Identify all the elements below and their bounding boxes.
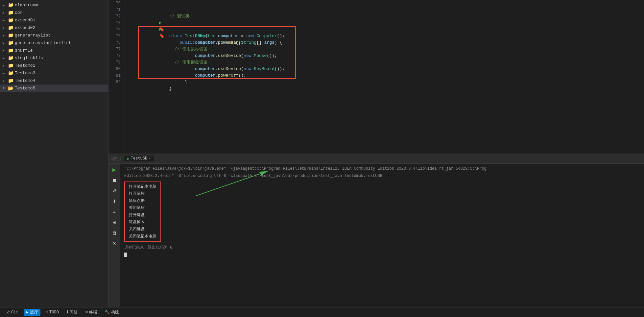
sidebar-item-generarraysinglinklist[interactable]: ▶ 📁 generarraysinglinklist <box>0 39 108 47</box>
settings-button[interactable]: ≡ <box>110 207 119 216</box>
sidebar-item-label: Testdmo3 <box>15 71 35 76</box>
sidebar-item-extend02[interactable]: ▶ 📁 extend02 <box>0 24 108 32</box>
sidebar-item-generarraylist[interactable]: ▶ 📁 generarraylist <box>0 32 108 39</box>
console-area: ▶ ⏹ ↺ ⬇ ≡ ⊞ 🗑 ✕ "C:\Program Files\Java\j… <box>108 164 644 307</box>
chevron-right-icon: ▶ <box>3 11 7 15</box>
file-tree: ▶ 📁 classroom ▶ 📁 com ▶ 📁 extend01 ▶ 📁 e… <box>0 0 108 307</box>
sidebar-item-testdmo4[interactable]: ▶ 📁 Testdmo4 <box>0 77 108 85</box>
sidebar-item-shuffle[interactable]: ▶ 📁 shuffle <box>0 47 108 54</box>
sidebar-item-label: Testdmo5 <box>15 86 35 91</box>
console-cmd-line2: Edition 2023.3.4\bin" -Dfile.encoding=UT… <box>124 173 640 179</box>
output-line-7: 关闭键盘 <box>129 226 156 233</box>
output-line-4: 关闭鼠标 <box>129 205 156 212</box>
sidebar-item-testdmo5[interactable]: ▼ 📂 Testdmo5 <box>0 85 108 92</box>
folder-icon: 📁 <box>8 70 13 76</box>
code-line-82: } <box>128 79 641 85</box>
chevron-right-icon: ▶ <box>3 3 7 7</box>
clear-button[interactable]: 🗑 <box>110 228 119 237</box>
chevron-right-icon: ▶ <box>3 71 7 75</box>
sidebar-item-label: extend02 <box>15 25 35 30</box>
info-icon: ℹ <box>67 310 68 315</box>
folder-icon: 📁 <box>8 48 13 53</box>
terminal-icon: ⌨ <box>85 310 88 315</box>
chevron-down-icon: ▼ <box>3 86 7 90</box>
code-line-71: // 测试类： <box>128 7 641 13</box>
sidebar-item-testdmo1[interactable]: ▶ 📁 Testdmo1 <box>0 62 108 69</box>
close-icon[interactable]: × <box>149 157 151 160</box>
output-highlight-box: 打开笔记本电脑 打开鼠标 鼠标点击 关闭鼠标 打开键盘 键盘输入 关闭键盘 关闭… <box>124 182 161 242</box>
folder-icon: 📁 <box>8 25 13 31</box>
sidebar-item-label: singlinklist <box>15 56 46 61</box>
output-line-3: 鼠标点击 <box>129 198 156 205</box>
code-line-80: computer.powerOff(); <box>128 66 641 72</box>
output-line-8: 关闭笔记本电脑 <box>129 233 156 240</box>
stop-button[interactable]: ⏹ <box>110 176 119 185</box>
code-line-74: Computer computer = new Computer(); <box>128 26 641 33</box>
console-cmd-line1: "C:\Program Files\Java\jdk-17\bin\java.e… <box>124 166 640 172</box>
sidebar-item-extend01[interactable]: ▶ 📁 extend01 <box>0 16 108 24</box>
output-line-2: 打开鼠标 <box>129 190 156 198</box>
line-numbers: 70 71 72 73 74 75 76 77 78 79 80 81 82 <box>108 0 125 154</box>
code-line-72: ▶ 🔖 class TestUSB { <box>128 13 641 20</box>
code-line-77: computer.useDevice(new Mouse()); <box>128 46 641 53</box>
code-line-81: } <box>128 72 641 79</box>
folder-icon: 📁 <box>8 55 13 61</box>
sidebar-item-label: generarraysinglinklist <box>15 40 71 45</box>
status-terminal-label: 终端 <box>89 309 97 315</box>
console-cursor <box>124 253 127 257</box>
sidebar-item-label: com <box>15 10 22 15</box>
folder-icon: 📁 <box>8 2 13 8</box>
sidebar-item-label: classroom <box>15 3 38 8</box>
status-bar: ⎇ Git ▶ 运行 ≡ TODO ℹ 问题 ⌨ 终端 🔨 构建 <box>0 307 644 317</box>
code-line-73: ▶ 🔖 public static void main(String[] arg… <box>128 20 641 26</box>
run-tab-bar: 运行: ▶ TestUSB × <box>108 154 644 164</box>
rerun-button[interactable]: ↺ <box>110 186 119 195</box>
status-terminal[interactable]: ⌨ 终端 <box>83 309 100 316</box>
run-tab-name: TestUSB <box>131 156 147 161</box>
sidebar-item-com[interactable]: ▶ 📁 com <box>0 9 108 16</box>
folder-icon: 📁 <box>8 78 13 84</box>
status-todo-label: TODO <box>49 310 59 315</box>
sidebar-item-label: shuffle <box>15 48 33 53</box>
scroll-end-button[interactable]: ⬇ <box>110 197 119 206</box>
code-line-75: computer.powerOn(); <box>128 33 641 39</box>
filter-button[interactable]: ⊞ <box>110 218 119 227</box>
status-problems[interactable]: ℹ 问题 <box>64 309 80 316</box>
status-run[interactable]: ▶ 运行 <box>24 309 40 316</box>
chevron-right-icon: ▶ <box>3 49 7 53</box>
code-line-70 <box>128 0 641 7</box>
close-button[interactable]: ✕ <box>110 239 119 248</box>
output-line-1: 打开笔记本电脑 <box>129 183 156 191</box>
chevron-right-icon: ▶ <box>3 64 7 68</box>
status-run-label: 运行 <box>30 309 38 315</box>
output-line-5: 打开键盘 <box>129 212 156 219</box>
sidebar-item-classroom[interactable]: ▶ 📁 classroom <box>0 1 108 9</box>
status-git[interactable]: ⎇ Git <box>3 309 21 315</box>
sidebar-item-label: generarraylist <box>15 33 51 38</box>
list-icon: ≡ <box>46 310 48 315</box>
run-tab-testusb[interactable]: ▶ TestUSB × <box>124 156 154 161</box>
console-toolbar: ▶ ⏹ ↺ ⬇ ≡ ⊞ 🗑 ✕ <box>108 164 120 307</box>
folder-open-icon: 📂 <box>8 85 13 91</box>
chevron-right-icon: ▶ <box>3 56 7 60</box>
sidebar-item-label: Testdmo4 <box>15 78 35 83</box>
status-problems-label: 问题 <box>70 309 78 315</box>
output-line-6: 键盘输入 <box>129 219 156 226</box>
console-output[interactable]: "C:\Program Files\Java\jdk-17\bin\java.e… <box>120 164 644 307</box>
folder-icon: 📁 <box>8 33 13 38</box>
chevron-right-icon: ▶ <box>3 79 7 83</box>
status-git-label: Git <box>11 310 18 315</box>
folder-icon: 📁 <box>8 10 13 15</box>
folder-icon: 📁 <box>8 63 13 68</box>
run-button[interactable]: ▶ <box>110 165 119 174</box>
chevron-right-icon: ▶ <box>3 26 7 30</box>
play-icon: ▶ <box>26 310 29 315</box>
sidebar-item-testdmo3[interactable]: ▶ 📁 Testdmo3 <box>0 69 108 77</box>
hammer-icon: 🔨 <box>105 310 110 315</box>
status-build[interactable]: 🔨 构建 <box>102 309 122 316</box>
code-editor[interactable]: 70 71 72 73 74 75 76 77 78 79 80 81 82 <box>108 0 644 154</box>
sidebar-item-singlinklist[interactable]: ▶ 📁 singlinklist <box>0 54 108 62</box>
sidebar-item-label: Testdmo1 <box>15 63 35 68</box>
status-todo[interactable]: ≡ TODO <box>43 309 61 315</box>
chevron-right-icon: ▶ <box>3 41 7 45</box>
